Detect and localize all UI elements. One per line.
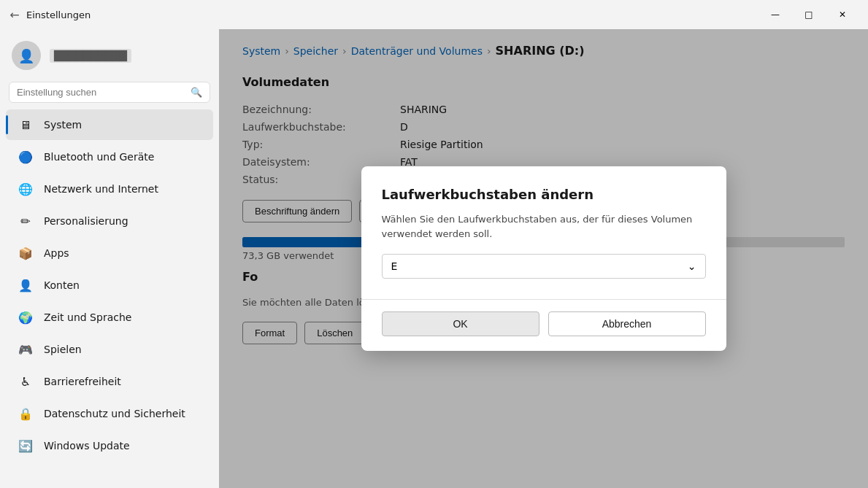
sidebar-label-system: System — [44, 119, 82, 131]
avatar: 👤 — [12, 41, 41, 70]
sidebar-label-gaming: Spielen — [44, 344, 82, 355]
avatar-icon: 👤 — [18, 48, 34, 63]
sidebar-item-bluetooth[interactable]: 🔵 Bluetooth und Geräte — [6, 142, 213, 172]
sidebar-label-accessibility: Barrierefreiheit — [44, 376, 121, 387]
sidebar-label-personalization: Personalisierung — [44, 215, 128, 227]
sidebar-item-time[interactable]: 🌍 Zeit und Sprache — [6, 302, 213, 333]
sidebar-label-network: Netzwerk und Internet — [44, 183, 158, 195]
sidebar-item-apps[interactable]: 📦 Apps — [6, 238, 213, 268]
sidebar-item-accounts[interactable]: 👤 Konten — [6, 270, 213, 301]
modal-title: Laufwerkbuchstaben ändern — [382, 187, 706, 202]
sidebar-item-privacy[interactable]: 🔒 Datenschutz und Sicherheit — [6, 398, 213, 429]
app-title: Einstellungen — [26, 9, 91, 20]
window-controls: — □ ✕ — [758, 3, 859, 26]
modal-overlay: Laufwerkbuchstaben ändern Wählen Sie den… — [219, 29, 868, 488]
main-content: System › Speicher › Datenträger und Volu… — [219, 29, 868, 488]
cancel-button[interactable]: Abbrechen — [548, 311, 706, 336]
modal-desc: Wählen Sie den Laufwerkbuchstaben aus, d… — [382, 212, 706, 241]
drive-letter-select[interactable]: E ⌄ — [382, 254, 706, 279]
sidebar-item-gaming[interactable]: 🎮 Spielen — [6, 334, 213, 365]
sidebar-item-update[interactable]: 🔄 Windows Update — [6, 430, 213, 461]
user-section: 👤 ██████████ — [0, 29, 219, 79]
search-input[interactable] — [17, 87, 186, 98]
system-icon: 🖥 — [18, 117, 34, 133]
maximize-button[interactable]: □ — [792, 3, 826, 26]
dropdown-chevron-icon: ⌄ — [688, 260, 696, 272]
dialog-change-drive-letter: Laufwerkbuchstaben ändern Wählen Sie den… — [361, 166, 726, 351]
search-box[interactable]: 🔍 — [9, 82, 210, 103]
selected-drive-letter: E — [391, 260, 398, 272]
modal-actions: OK Abbrechen — [382, 311, 706, 336]
close-button[interactable]: ✕ — [826, 3, 859, 26]
app-body: 👤 ██████████ 🔍 🖥 System 🔵 Bluetooth und … — [0, 29, 868, 488]
ok-button[interactable]: OK — [382, 311, 539, 336]
back-button[interactable]: ← — [9, 9, 20, 20]
sidebar-label-bluetooth: Bluetooth und Geräte — [44, 151, 154, 163]
sidebar-label-accounts: Konten — [44, 279, 80, 291]
update-icon: 🔄 — [18, 438, 34, 454]
privacy-icon: 🔒 — [18, 406, 34, 422]
accounts-icon: 👤 — [18, 277, 34, 293]
titlebar: ← Einstellungen — □ ✕ — [0, 0, 868, 29]
sidebar-label-time: Zeit und Sprache — [44, 311, 131, 323]
modal-divider — [361, 299, 726, 300]
gaming-icon: 🎮 — [18, 341, 34, 357]
accessibility-icon: ♿ — [18, 373, 34, 390]
personalization-icon: ✏️ — [18, 213, 34, 229]
search-icon: 🔍 — [191, 87, 202, 98]
network-icon: 🌐 — [18, 181, 34, 197]
sidebar-item-network[interactable]: 🌐 Netzwerk und Internet — [6, 174, 213, 204]
sidebar-label-privacy: Datenschutz und Sicherheit — [44, 408, 185, 419]
sidebar-item-accessibility[interactable]: ♿ Barrierefreiheit — [6, 366, 213, 397]
sidebar-label-update: Windows Update — [44, 440, 130, 452]
apps-icon: 📦 — [18, 245, 34, 261]
sidebar-label-apps: Apps — [44, 247, 69, 259]
sidebar-item-system[interactable]: 🖥 System — [6, 109, 213, 140]
bluetooth-icon: 🔵 — [18, 149, 34, 165]
sidebar-item-personalization[interactable]: ✏️ Personalisierung — [6, 206, 213, 236]
drive-letter-select-wrapper: E ⌄ — [382, 254, 706, 279]
time-icon: 🌍 — [18, 309, 34, 325]
minimize-button[interactable]: — — [758, 3, 792, 26]
username: ██████████ — [50, 49, 131, 63]
sidebar: 👤 ██████████ 🔍 🖥 System 🔵 Bluetooth und … — [0, 29, 219, 488]
